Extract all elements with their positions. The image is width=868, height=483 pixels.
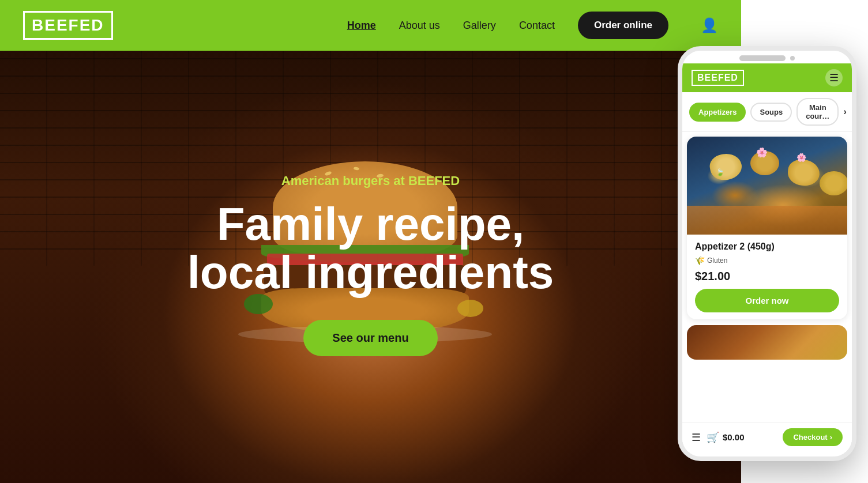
category-appetizers[interactable]: Appetizers: [689, 103, 746, 122]
mobile-mockup: BEEFED ☰ Appetizers Soups Main cour… ›: [678, 46, 856, 461]
order-now-button[interactable]: Order now: [695, 289, 839, 312]
food-price-1: $21.00: [695, 270, 839, 283]
see-menu-button[interactable]: See our menu: [303, 320, 437, 356]
hero-section: American burgers at BEEFED Family recipe…: [0, 0, 741, 483]
hero-title: Family recipe, local ingredients: [169, 200, 573, 297]
phone-bottom-bar: ☰ 🛒 $0.00 Checkout ›: [682, 422, 852, 452]
nav-contact[interactable]: Contact: [519, 20, 555, 32]
phone-logo[interactable]: BEEFED: [692, 70, 744, 86]
phone-notch-bar: [682, 51, 852, 63]
phone-inner: BEEFED ☰ Appetizers Soups Main cour… ›: [682, 63, 852, 452]
food-image-1: 🌸 🌸 🍃: [687, 137, 847, 235]
category-soups[interactable]: Soups: [750, 103, 792, 122]
user-icon[interactable]: 👤: [701, 17, 718, 33]
order-online-button[interactable]: Order online: [578, 12, 668, 39]
logo[interactable]: BEEFED: [23, 11, 113, 40]
nav-home[interactable]: Home: [347, 20, 376, 32]
cart-icon[interactable]: 🛒: [707, 431, 719, 444]
nav-about[interactable]: About us: [399, 20, 440, 32]
food-info-1: Appetizer 2 (450g) 🌾 Gluten $21.00 Order…: [687, 235, 847, 319]
phone-hamburger-icon[interactable]: ☰: [825, 69, 843, 86]
bottom-menu-icon[interactable]: ☰: [692, 431, 701, 444]
hero-content: American burgers at BEEFED Family recipe…: [169, 127, 573, 356]
navbar: BEEFED Home About us Gallery Contact Ord…: [0, 0, 741, 51]
logo-text: BEEFED: [32, 16, 104, 34]
phone-notch: [739, 55, 786, 61]
gluten-icon: 🌾: [695, 256, 705, 265]
phone-categories: Appetizers Soups Main cour… ›: [682, 92, 852, 132]
food-name-1: Appetizer 2 (450g): [695, 242, 839, 252]
food-image-mini: [687, 325, 847, 360]
food-tag-1: 🌾 Gluten: [695, 256, 727, 265]
checkout-button[interactable]: Checkout ›: [783, 428, 843, 446]
nav-links: Home About us Gallery Contact Order onli…: [347, 12, 718, 39]
phone-header: BEEFED ☰: [682, 63, 852, 92]
phone-camera: [790, 56, 795, 61]
food-card-1: 🌸 🌸 🍃 Appetizer 2 (450g) 🌾 Gluten $21.00…: [687, 137, 847, 319]
hero-subtitle: American burgers at BEEFED: [169, 173, 573, 188]
cart-section: 🛒 $0.00: [707, 431, 777, 444]
categories-arrow-icon[interactable]: ›: [843, 107, 846, 117]
nav-gallery[interactable]: Gallery: [463, 20, 496, 32]
phone-logo-text: BEEFED: [697, 73, 738, 82]
category-main-course[interactable]: Main cour…: [796, 98, 839, 126]
checkout-arrow-icon: ›: [830, 433, 832, 442]
food-card-2-peek: [687, 325, 847, 360]
phone-content: 🌸 🌸 🍃 Appetizer 2 (450g) 🌾 Gluten $21.00…: [682, 132, 852, 422]
cart-amount: $0.00: [723, 432, 745, 442]
